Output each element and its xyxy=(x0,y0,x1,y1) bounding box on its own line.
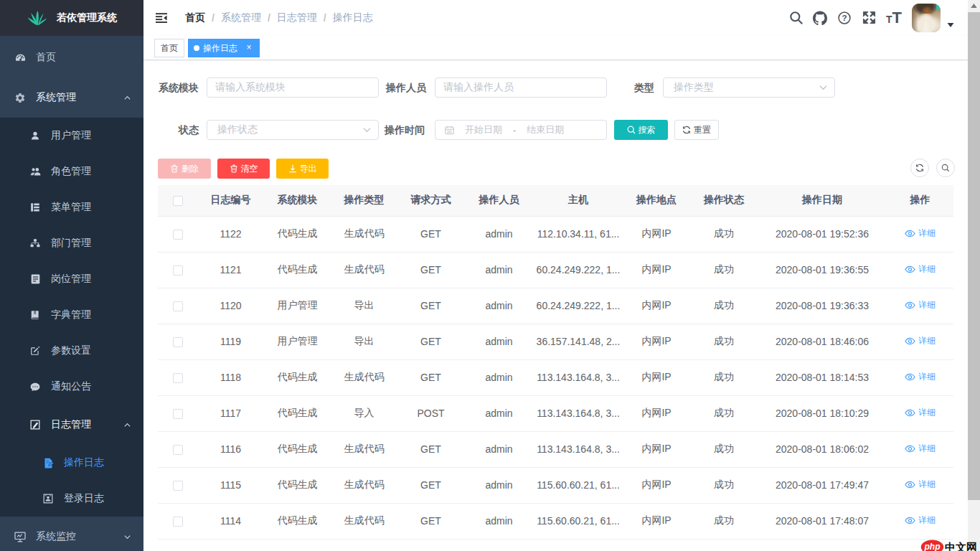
svg-text:中文网: 中文网 xyxy=(945,541,977,551)
svg-text:?: ? xyxy=(842,13,847,22)
svg-text:php: php xyxy=(924,542,941,551)
